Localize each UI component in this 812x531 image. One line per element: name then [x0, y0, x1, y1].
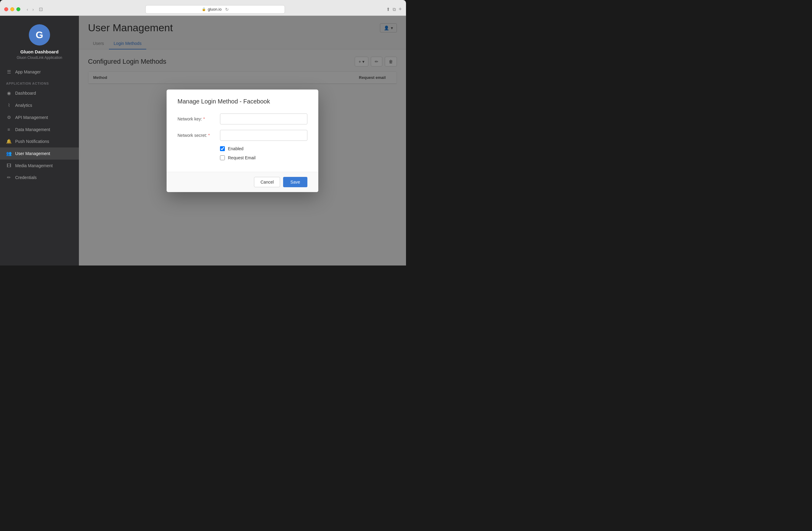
minimize-button[interactable]: [10, 7, 14, 11]
modal-footer: Cancel Save: [166, 172, 318, 192]
sidebar-item-app-manager[interactable]: ☰ App Manager: [0, 66, 79, 78]
media-management-icon: 🎞: [6, 163, 12, 168]
sidebar-item-api-management[interactable]: ⚙ API Management: [0, 111, 79, 124]
reload-button[interactable]: ↻: [225, 7, 229, 12]
network-secret-label: Network secret: *: [177, 133, 220, 138]
address-bar[interactable]: 🔒 gluon.io ↻: [145, 5, 285, 14]
url-text: gluon.io: [208, 7, 222, 12]
enabled-checkbox-row: Enabled: [220, 146, 307, 151]
app-container: G Gluon Dashboard Gluon CloudLink Applic…: [0, 16, 406, 266]
network-key-label: Network key: *: [177, 116, 220, 121]
traffic-lights: [4, 7, 20, 11]
request-email-checkbox[interactable]: [220, 155, 225, 160]
save-button[interactable]: Save: [283, 177, 307, 187]
sidebar-item-label: Analytics: [15, 103, 32, 108]
modal-body: Manage Login Method - Facebook Network k…: [166, 89, 318, 172]
sidebar-item-label: API Management: [15, 115, 48, 120]
sidebar-section-label: APPLICATION ACTIONS: [0, 78, 79, 87]
request-email-label[interactable]: Request Email: [228, 155, 256, 160]
analytics-icon: ⌇: [6, 103, 12, 108]
request-email-checkbox-row: Request Email: [220, 155, 307, 160]
sidebar-app-sub: Gluon CloudLink Application: [17, 56, 62, 60]
sidebar-item-label: Dashboard: [15, 91, 36, 96]
address-bar-wrapper: 🔒 gluon.io ↻: [48, 5, 383, 14]
sidebar-item-push-notifications[interactable]: 🔔 Push Notifications: [0, 135, 79, 147]
forward-button[interactable]: ›: [31, 6, 35, 12]
sidebar-item-label: Push Notifications: [15, 139, 49, 144]
sidebar-item-label: Credentials: [15, 175, 37, 180]
dashboard-icon: ◉: [6, 90, 12, 96]
sidebar-item-label: App Manager: [15, 70, 41, 74]
data-management-icon: ≡: [6, 127, 12, 132]
modal: Manage Login Method - Facebook Network k…: [166, 89, 318, 192]
app-manager-icon: ☰: [6, 69, 12, 75]
push-notifications-icon: 🔔: [6, 139, 12, 144]
sidebar-item-label: Media Management: [15, 163, 53, 168]
credentials-icon: ✏: [6, 175, 12, 180]
sidebar-item-media-management[interactable]: 🎞 Media Management: [0, 160, 79, 171]
sidebar-item-dashboard[interactable]: ◉ Dashboard: [0, 87, 79, 99]
network-key-input[interactable]: [220, 114, 307, 125]
sidebar-item-label: User Management: [15, 151, 50, 156]
lock-icon: 🔒: [202, 7, 206, 11]
maximize-button[interactable]: [16, 7, 20, 11]
sidebar-logo: G Gluon Dashboard Gluon CloudLink Applic…: [0, 16, 79, 66]
sidebar-app-name: Gluon Dashboard: [20, 49, 59, 54]
api-management-icon: ⚙: [6, 115, 12, 120]
user-management-icon: 👥: [6, 151, 12, 156]
back-button[interactable]: ‹: [25, 6, 30, 12]
sidebar-item-credentials[interactable]: ✏ Credentials: [0, 171, 79, 184]
enabled-checkbox[interactable]: [220, 146, 225, 151]
tabs-button[interactable]: ⧉: [393, 7, 396, 12]
logo-avatar: G: [29, 24, 50, 45]
main-content: User Management 👤 ▾ Users Login Methods …: [79, 16, 406, 266]
sidebar: G Gluon Dashboard Gluon CloudLink Applic…: [0, 16, 79, 266]
modal-overlay: Manage Login Method - Facebook Network k…: [79, 16, 406, 266]
network-key-row: Network key: *: [177, 114, 307, 125]
required-star: *: [203, 116, 205, 121]
modal-title: Manage Login Method - Facebook: [177, 98, 307, 105]
required-star-secret: *: [208, 133, 210, 138]
browser-actions: ⬆ ⧉ +: [386, 6, 402, 12]
sidebar-item-user-management[interactable]: 👥 User Management: [0, 147, 79, 160]
sidebar-item-analytics[interactable]: ⌇ Analytics: [0, 99, 79, 111]
network-secret-input[interactable]: [220, 130, 307, 141]
sidebar-toggle-button[interactable]: ⊡: [39, 6, 43, 12]
nav-buttons: ‹ ›: [25, 6, 35, 12]
close-button[interactable]: [4, 7, 8, 11]
browser-chrome: ‹ › ⊡ 🔒 gluon.io ↻ ⬆ ⧉ +: [0, 0, 406, 16]
network-secret-row: Network secret: *: [177, 130, 307, 141]
cancel-button[interactable]: Cancel: [254, 177, 280, 187]
new-tab-button[interactable]: +: [398, 6, 402, 12]
sidebar-item-label: Data Management: [15, 127, 50, 132]
sidebar-item-data-management[interactable]: ≡ Data Management: [0, 124, 79, 135]
share-button[interactable]: ⬆: [386, 7, 390, 12]
enabled-label[interactable]: Enabled: [228, 146, 243, 151]
